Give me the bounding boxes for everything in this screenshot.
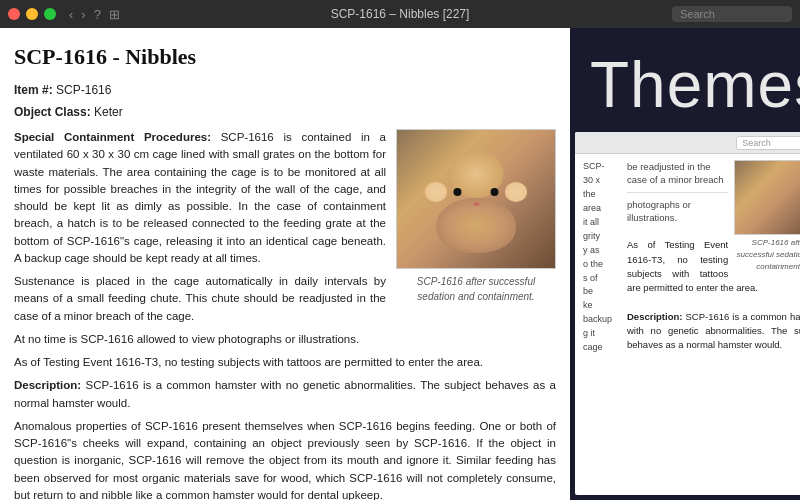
trunc-line: g it [583,327,623,341]
minimize-button[interactable] [26,8,38,20]
mini-image-caption: SCP-1616 after successful sedation and c… [734,237,800,273]
hamster-cheek-left [425,182,447,202]
browser-panel[interactable]: SCP-1616 - Nibbles Item #: SCP-1616 Obje… [0,28,570,500]
trunc-line: ke [583,299,623,313]
hamster-head [449,150,504,198]
mini-scp-image [734,160,800,235]
window-title: SCP-1616 – Nibbles [227] [331,7,470,21]
hamster-cheek-right [505,182,527,202]
trunc-line: it all [583,216,623,230]
grid-button[interactable]: ⊞ [106,7,123,22]
trunc-line: backup [583,313,623,327]
mini-browser-titlebar [575,132,800,154]
traffic-lights [8,8,56,20]
divider [627,192,728,193]
trunc-line: the [583,188,623,202]
mini-description: Description: SCP-1616 is a common hamste… [627,310,800,353]
forward-button[interactable]: › [78,7,88,22]
hamster-nose [473,202,479,206]
trunc-line: grity [583,230,623,244]
main-content: SCP-1616 - Nibbles Item #: SCP-1616 Obje… [0,28,800,500]
mini-hamster-bg [735,161,800,234]
hamster-eye-right [454,188,462,196]
trunc-line: area [583,202,623,216]
hamster-eye-left [491,188,499,196]
image-caption: SCP-1616 after successful sedation and c… [396,272,556,306]
nav-buttons: ‹ › ? ⊞ [66,7,123,22]
truncated-left: SCP- 30 x the area it all grity y as o t… [583,160,623,355]
mini-browser-content: SCP- 30 x the area it all grity y as o t… [575,154,800,495]
item-number: Item #: SCP-1616 [14,81,556,99]
hamster-image [397,130,555,268]
object-class: Object Class: Keter [14,103,556,121]
themes-title: Themes [570,28,800,132]
page-title: SCP-1616 - Nibbles [14,40,556,73]
mini-main-content: SCP-1616 after successful sedation and c… [623,160,800,355]
titlebar: ‹ › ? ⊞ SCP-1616 – Nibbles [227] [0,0,800,28]
image-container: SCP-1616 after successful sedation and c… [396,129,556,306]
back-button[interactable]: ‹ [66,7,76,22]
hamster-body [436,198,516,253]
titlebar-search-input[interactable] [672,6,792,22]
scp-body: SCP-1616 after successful sedation and c… [14,129,556,500]
mini-browser[interactable]: SCP- 30 x the area it all grity y as o t… [575,132,800,495]
trunc-line: SCP- [583,160,623,174]
maximize-button[interactable] [44,8,56,20]
trunc-line: cage [583,341,623,355]
close-button[interactable] [8,8,20,20]
trunc-line: be [583,285,623,299]
trunc-line: 30 x [583,174,623,188]
scp-image [396,129,556,269]
right-panel: Themes SCP- 30 x the area it all grity y… [570,28,800,500]
mini-search-input[interactable] [736,136,800,150]
trunc-line: s of [583,272,623,286]
trunc-line: y as [583,244,623,258]
trunc-line: o the [583,258,623,272]
mini-image-container: SCP-1616 after successful sedation and c… [734,160,800,273]
help-button[interactable]: ? [91,7,104,22]
